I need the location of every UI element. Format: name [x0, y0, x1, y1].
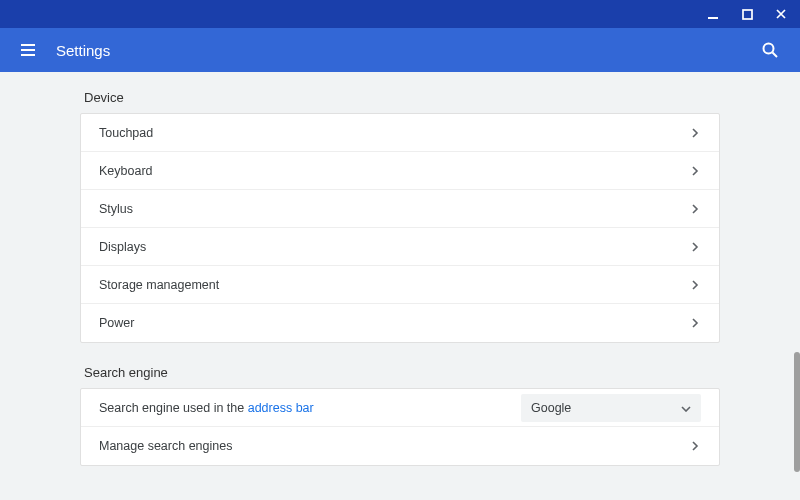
search-engine-label: Search engine used in the address bar	[99, 401, 521, 415]
window-close-button[interactable]	[768, 3, 794, 25]
device-row-power[interactable]: Power	[81, 304, 719, 342]
svg-rect-0	[708, 17, 718, 19]
search-engine-label-prefix: Search engine used in the	[99, 401, 248, 415]
page-title: Settings	[56, 42, 740, 59]
scrollbar-thumb[interactable]	[794, 352, 800, 472]
device-row-label: Stylus	[99, 202, 689, 216]
search-engine-select[interactable]: Google	[521, 394, 701, 422]
search-button[interactable]	[758, 38, 782, 62]
device-row-label: Power	[99, 316, 689, 330]
chevron-right-icon	[689, 241, 701, 253]
search-engine-card: Search engine used in the address bar Go…	[80, 388, 720, 466]
device-row-label: Displays	[99, 240, 689, 254]
chevron-right-icon	[689, 127, 701, 139]
svg-point-2	[764, 44, 774, 54]
device-row-stylus[interactable]: Stylus	[81, 190, 719, 228]
chevron-right-icon	[689, 317, 701, 329]
chevron-right-icon	[689, 440, 701, 452]
svg-rect-1	[743, 10, 752, 19]
address-bar-link[interactable]: address bar	[248, 401, 314, 415]
section-device: Device Touchpad Keyboard	[80, 90, 720, 343]
chevron-right-icon	[689, 279, 701, 291]
section-title-device: Device	[80, 90, 720, 113]
close-icon	[775, 8, 787, 20]
window-maximize-button[interactable]	[734, 3, 760, 25]
settings-content: Device Touchpad Keyboard	[0, 72, 800, 500]
device-row-label: Keyboard	[99, 164, 689, 178]
menu-icon	[19, 41, 37, 59]
menu-button[interactable]	[18, 40, 38, 60]
minimize-icon	[707, 8, 719, 20]
chevron-right-icon	[689, 203, 701, 215]
device-row-keyboard[interactable]: Keyboard	[81, 152, 719, 190]
section-search-engine: Search engine Search engine used in the …	[80, 365, 720, 466]
chevron-right-icon	[689, 165, 701, 177]
device-row-label: Touchpad	[99, 126, 689, 140]
device-row-displays[interactable]: Displays	[81, 228, 719, 266]
device-row-touchpad[interactable]: Touchpad	[81, 114, 719, 152]
device-row-storage[interactable]: Storage management	[81, 266, 719, 304]
device-row-label: Storage management	[99, 278, 689, 292]
section-title-search-engine: Search engine	[80, 365, 720, 388]
device-card: Touchpad Keyboard Stylus	[80, 113, 720, 343]
search-icon	[761, 41, 779, 59]
search-engine-row: Search engine used in the address bar Go…	[81, 389, 719, 427]
manage-search-engines-row[interactable]: Manage search engines	[81, 427, 719, 465]
window-titlebar	[0, 0, 800, 28]
caret-down-icon	[681, 401, 691, 415]
search-engine-select-value: Google	[531, 401, 571, 415]
window-minimize-button[interactable]	[700, 3, 726, 25]
manage-search-engines-label: Manage search engines	[99, 439, 689, 453]
app-header: Settings	[0, 28, 800, 72]
maximize-icon	[742, 9, 753, 20]
